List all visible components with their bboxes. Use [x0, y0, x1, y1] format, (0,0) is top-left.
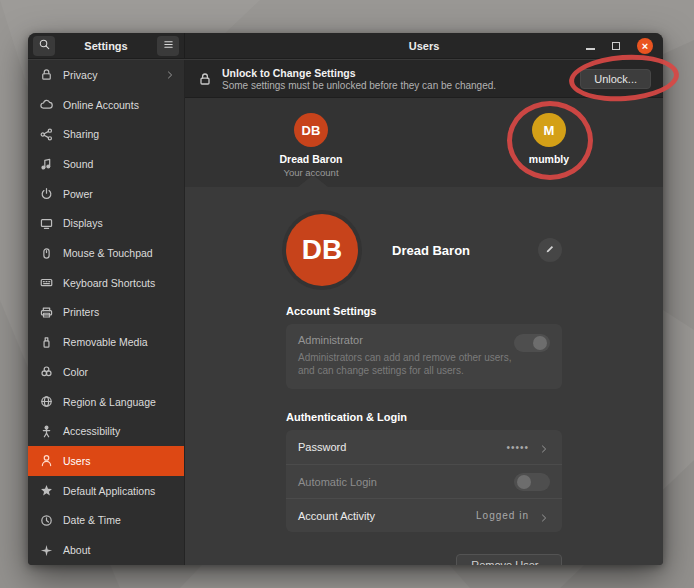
sidebar-item-label: Removable Media — [63, 336, 148, 348]
users-icon — [39, 453, 54, 468]
sidebar-item-printers[interactable]: Printers — [28, 298, 184, 328]
user-selector-strip: DBDread BaronYour accountMmumbly — [185, 98, 663, 187]
menu-button[interactable] — [157, 36, 179, 56]
sparkle-icon — [39, 543, 54, 558]
share-icon — [39, 127, 54, 142]
edit-name-button[interactable] — [538, 238, 562, 262]
user-name-label: mumbly — [529, 153, 569, 165]
user-header: DB Dread Baron — [286, 214, 562, 286]
user-detail-panel: DB Dread Baron Account Settings Administ… — [185, 187, 663, 565]
titlebar-sidebar-section: Settings — [28, 33, 185, 58]
sidebar-item-label: Users — [63, 455, 90, 467]
titlebar-main-section: Users × — [185, 33, 663, 58]
sidebar-item-region-language[interactable]: Region & Language — [28, 387, 184, 417]
sidebar-item-accessibility[interactable]: Accessibility — [28, 416, 184, 446]
user-subtitle: Your account — [283, 167, 338, 178]
auth-row-value: ••••• — [506, 442, 529, 453]
sidebar-item-power[interactable]: Power — [28, 179, 184, 209]
maximize-button[interactable] — [612, 42, 620, 50]
sidebar-item-sharing[interactable]: Sharing — [28, 119, 184, 149]
sidebar-item-users[interactable]: Users — [28, 446, 184, 476]
sidebar-item-label: Mouse & Touchpad — [63, 247, 153, 259]
sidebar-item-privacy[interactable]: Privacy — [28, 60, 184, 90]
close-icon: × — [642, 39, 648, 54]
toggle-knob — [517, 475, 531, 489]
sidebar-item-label: Color — [63, 366, 88, 378]
administrator-toggle[interactable] — [514, 334, 550, 352]
close-button[interactable]: × — [637, 38, 653, 54]
page-title: Users — [409, 40, 440, 52]
remove-user-row: Remove User... — [286, 554, 562, 565]
color-icon — [39, 364, 54, 379]
keyboard-icon — [39, 275, 54, 290]
user-mumbly[interactable]: Mmumbly — [501, 113, 597, 165]
sidebar-item-label: Default Applications — [63, 485, 155, 497]
chevron-right-icon — [538, 510, 550, 522]
sidebar-item-label: Printers — [63, 306, 99, 318]
sidebar-item-label: Online Accounts — [63, 99, 139, 111]
sidebar-item-default-applications[interactable]: Default Applications — [28, 476, 184, 506]
auth-row-automatic-login[interactable]: Automatic Login — [286, 464, 562, 498]
sidebar-item-label: Sharing — [63, 128, 99, 140]
sidebar-item-displays[interactable]: Displays — [28, 209, 184, 239]
administrator-card: Administrator Administrators can add and… — [286, 324, 562, 389]
search-button[interactable] — [33, 36, 55, 56]
user-name: Dread Baron — [392, 243, 470, 258]
sidebar-item-color[interactable]: Color — [28, 357, 184, 387]
sidebar-item-label: Date & Time — [63, 514, 121, 526]
maximize-icon — [612, 42, 620, 50]
unlock-banner-title: Unlock to Change Settings — [222, 67, 496, 79]
window-controls: × — [586, 33, 653, 59]
sidebar-item-about[interactable]: About — [28, 535, 184, 565]
user-avatar: DB — [294, 113, 328, 147]
sidebar-item-date-time[interactable]: Date & Time — [28, 506, 184, 536]
globe-icon — [39, 394, 54, 409]
sidebar-item-online-accounts[interactable]: Online Accounts — [28, 90, 184, 120]
search-icon — [38, 37, 51, 55]
sidebar-item-keyboard-shortcuts[interactable]: Keyboard Shortcuts — [28, 268, 184, 298]
automatic-login-toggle[interactable] — [514, 473, 550, 491]
sidebar-item-label: About — [63, 544, 90, 556]
auth-row-label: Automatic Login — [298, 476, 377, 488]
auth-row-label: Account Activity — [298, 510, 375, 522]
auth-row-label: Password — [298, 441, 346, 453]
power-icon — [39, 186, 54, 201]
titlebar: Settings Users × — [28, 33, 663, 59]
sidebar-item-mouse-touchpad[interactable]: Mouse & Touchpad — [28, 238, 184, 268]
mouse-icon — [39, 246, 54, 261]
clock-icon — [39, 513, 54, 528]
unlock-banner-subtitle: Some settings must be unlocked before th… — [222, 80, 496, 91]
auth-login-card: Password•••••Automatic LoginAccount Acti… — [286, 430, 562, 532]
sidebar-item-sound[interactable]: Sound — [28, 149, 184, 179]
sidebar-item-label: Sound — [63, 158, 93, 170]
sidebar-item-label: Region & Language — [63, 396, 156, 408]
sidebar-item-label: Power — [63, 188, 93, 200]
display-icon — [39, 216, 54, 231]
toggle-knob — [533, 336, 547, 350]
auth-login-heading: Authentication & Login — [286, 411, 562, 423]
user-name-label: Dread Baron — [279, 153, 342, 165]
user-dread-baron[interactable]: DBDread BaronYour account — [263, 113, 359, 178]
accessibility-icon — [39, 424, 54, 439]
user-avatar: M — [532, 113, 566, 147]
removable-media-icon — [39, 335, 54, 350]
settings-window: Settings Users × PrivacyOnline AccountsS… — [28, 33, 663, 565]
administrator-label: Administrator — [298, 334, 550, 346]
star-icon — [39, 483, 54, 498]
minimize-button[interactable] — [586, 42, 595, 50]
account-settings-heading: Account Settings — [286, 305, 562, 317]
unlock-banner-text: Unlock to Change Settings Some settings … — [222, 67, 496, 91]
auth-row-password[interactable]: Password••••• — [286, 430, 562, 464]
remove-user-button[interactable]: Remove User... — [456, 554, 562, 565]
auth-row-value: Logged in — [476, 510, 529, 521]
settings-window-title: Settings — [84, 40, 127, 52]
sidebar-item-label: Keyboard Shortcuts — [63, 277, 155, 289]
sidebar-item-removable-media[interactable]: Removable Media — [28, 327, 184, 357]
unlock-button[interactable]: Unlock... — [580, 69, 651, 89]
sidebar: PrivacyOnline AccountsSharingSoundPowerD… — [28, 60, 185, 565]
administrator-description: Administrators can add and remove other … — [298, 351, 530, 377]
auth-row-account-activity[interactable]: Account ActivityLogged in — [286, 498, 562, 532]
main-pane: Unlock to Change Settings Some settings … — [185, 60, 663, 565]
sidebar-item-label: Displays — [63, 217, 103, 229]
lock-icon — [39, 67, 54, 82]
